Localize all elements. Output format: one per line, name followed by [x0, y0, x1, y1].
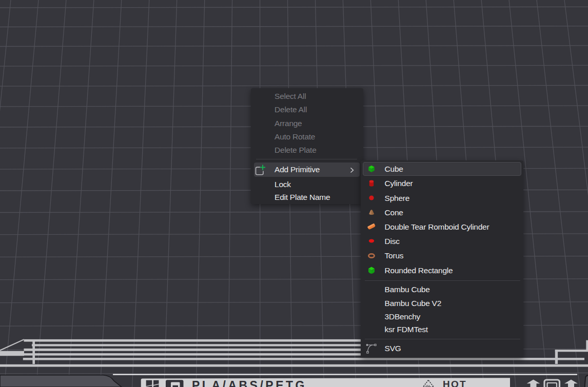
svg-text:PLA/ABS/PETG: PLA/ABS/PETG [192, 379, 307, 387]
svg-text:HOT: HOT [443, 379, 467, 387]
